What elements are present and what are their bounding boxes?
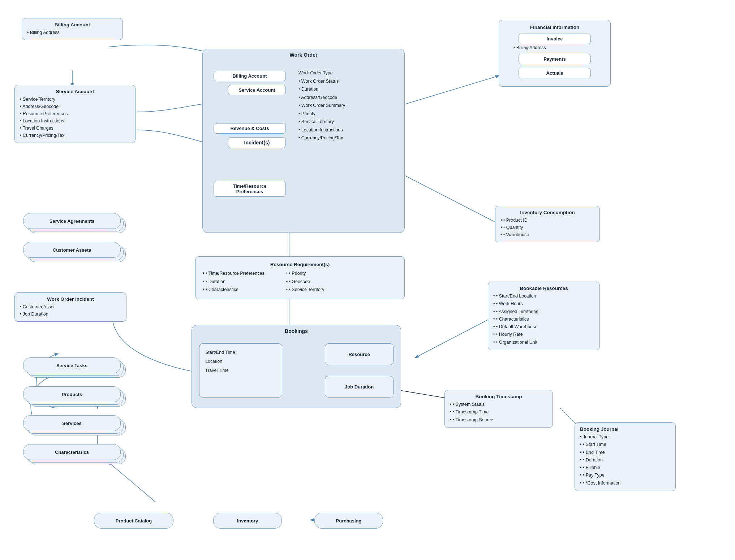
sa-item-6: Currency/Pricing/Tax — [20, 132, 130, 139]
billing-account-top-item-1: Billing Address — [27, 29, 117, 36]
sa-item-4: Location Instructions — [20, 117, 130, 125]
br-item-5: • Default Warehouse — [493, 323, 594, 331]
br-list: • Start/End Location • Work Hours • Assi… — [493, 292, 594, 346]
bj-item-2: • Start Time — [580, 441, 670, 448]
resource-requirements-box: Resource Requirement(s) • Time/Resource … — [195, 256, 405, 299]
bj-item-3: • End Time — [580, 449, 670, 456]
booking-journal-box: Booking Journal Journal Type • Start Tim… — [575, 422, 676, 491]
bt-item-2: • Timestamp Time — [450, 408, 547, 416]
bj-item-5: • Billable — [580, 464, 670, 472]
wo-attr-3: • Duration — [298, 85, 345, 94]
wo-billing-account-label: Billing Account — [233, 73, 267, 79]
service-agreements-box: Service Agreements — [23, 213, 121, 229]
bj-list: Journal Type • Start Time • End Time • D… — [580, 433, 670, 487]
wo-attr-1: Work Order Type — [298, 69, 345, 77]
wo-time-resource-label: Time/Resource Preferences — [233, 183, 267, 194]
woi-item-2: Job Duration — [20, 311, 121, 318]
fi-actuals-inner: Actuals — [519, 68, 591, 78]
service-tasks-box: Service Tasks — [23, 357, 121, 373]
bookings-container: Bookings Start/End Time Location Travel … — [192, 325, 401, 408]
inventory-consumption-box: Inventory Consumption • Product ID • Qua… — [495, 206, 600, 242]
inventory-box: Inventory — [213, 513, 282, 529]
ic-title: Inventory Consumption — [500, 210, 594, 215]
wo-attr-6: • Priority — [298, 110, 345, 118]
sa-item-5: Travel Charges — [20, 125, 130, 132]
wo-billing-account-inner: Billing Account — [214, 71, 286, 81]
product-catalog-label: Product Catalog — [116, 518, 152, 524]
service-account-box: Service Account Service Territory Addres… — [14, 85, 136, 143]
rr-c1-1: • Time/Resource Preferences — [203, 269, 265, 278]
billing-account-top-box: Billing Account Billing Address — [22, 18, 123, 40]
bookings-title: Bookings — [192, 325, 401, 335]
bookings-resource-label: Resource — [348, 352, 370, 357]
bookings-job-duration-label: Job Duration — [345, 384, 374, 390]
rr-title: Resource Requirement(s) — [203, 262, 397, 267]
rr-c2-3: • Service Territory — [286, 286, 324, 294]
customer-assets-box: Customer Assets — [23, 242, 121, 258]
bookings-left-item2: Location — [205, 357, 276, 366]
billing-account-top-title: Billing Account — [27, 22, 117, 27]
wo-attributes-list: Work Order Type • Work Order Status • Du… — [298, 69, 345, 142]
wo-revenue-costs-inner: Revenue & Costs — [214, 123, 286, 134]
ic-item-2: • Quantity — [500, 224, 594, 231]
purchasing-label: Purchasing — [336, 518, 362, 524]
wo-attr-8: • Location Instructions — [298, 126, 345, 134]
financial-information-box: Financial Information Invoice • Billing … — [499, 20, 611, 87]
bj-item-4: • Duration — [580, 456, 670, 464]
fi-title: Financial Information — [506, 25, 603, 30]
wo-incidents-inner: Incident(s) — [228, 137, 286, 148]
inventory-label: Inventory — [237, 518, 258, 524]
service-account-list: Service Territory Address/Geocode Resour… — [20, 96, 130, 139]
customer-assets-label: Customer Assets — [53, 247, 91, 253]
rr-c1-3: • Characteristics — [203, 286, 265, 294]
sa-item-3: Resource Preferences — [20, 110, 130, 117]
ic-list: • Product ID • Quantity • Warehouse — [500, 217, 594, 238]
wo-service-account-inner: Service Account — [228, 85, 286, 95]
br-item-7: • Organizational Unit — [493, 339, 594, 346]
fi-invoice-item: • — [513, 45, 516, 50]
bj-item-7: • *Cost Information — [580, 479, 670, 487]
bj-item-1: Journal Type — [580, 433, 670, 441]
booking-timestamp-box: Booking Timestamp • System Status • Time… — [444, 390, 553, 428]
work-order-container: Work Order Billing Account Service Accou… — [202, 49, 405, 233]
wo-service-account-label: Service Account — [238, 87, 275, 93]
work-order-incident-box: Work Order Incident Customer Asset Job D… — [14, 292, 126, 322]
rr-c1-2: • Duration — [203, 278, 265, 286]
bt-list: • System Status • Timestamp Time • Times… — [450, 401, 547, 424]
service-tasks-label: Service Tasks — [56, 363, 87, 368]
services-label: Services — [62, 421, 82, 426]
bt-item-1: • System Status — [450, 401, 547, 408]
bookings-left-item1: Start/End Time — [205, 348, 276, 357]
ic-item-1: • Product ID — [500, 217, 594, 224]
fi-actuals-label: Actuals — [546, 70, 563, 76]
fi-payments-inner: Payments — [519, 54, 591, 64]
service-agreements-label: Service Agreements — [50, 218, 95, 224]
bj-title: Booking Journal — [580, 426, 670, 432]
sa-item-1: Service Territory — [20, 96, 130, 103]
br-item-2: • Work Hours — [493, 300, 594, 308]
ic-item-3: • Warehouse — [500, 231, 594, 238]
wo-attr-2: • Work Order Status — [298, 77, 345, 86]
br-item-1: • Start/End Location — [493, 292, 594, 300]
wo-attr-4: • Address/Geocode — [298, 94, 345, 102]
diagram: Billing Account Billing Address Service … — [0, 0, 735, 560]
wo-revenue-costs-label: Revenue & Costs — [231, 126, 269, 131]
wo-attr-5: • Work Order Summary — [298, 101, 345, 110]
bt-title: Booking Timestamp — [450, 394, 547, 399]
wo-time-resource-inner: Time/Resource Preferences — [214, 181, 286, 197]
woi-item-1: Customer Asset — [20, 303, 121, 311]
rr-col2: • Priority • Geocode • Service Territory — [286, 269, 324, 294]
br-item-3: • Assigned Territories — [493, 308, 594, 316]
fi-payments-label: Payments — [543, 56, 566, 62]
fi-invoice-label: Invoice — [547, 36, 563, 42]
fi-invoice-inner: Invoice — [519, 34, 591, 44]
work-order-title: Work Order — [203, 49, 404, 59]
woi-list: Customer Asset Job Duration — [20, 303, 121, 318]
br-item-4: • Characteristics — [493, 316, 594, 323]
bt-item-3: • Timestamp Source — [450, 416, 547, 424]
sa-item-2: Address/Geocode — [20, 103, 130, 110]
br-title: Bookable Resources — [493, 286, 594, 291]
characteristics-label: Characteristics — [55, 450, 89, 455]
rr-col1: • Time/Resource Preferences • Duration •… — [203, 269, 265, 294]
characteristics-box: Characteristics — [23, 444, 121, 460]
